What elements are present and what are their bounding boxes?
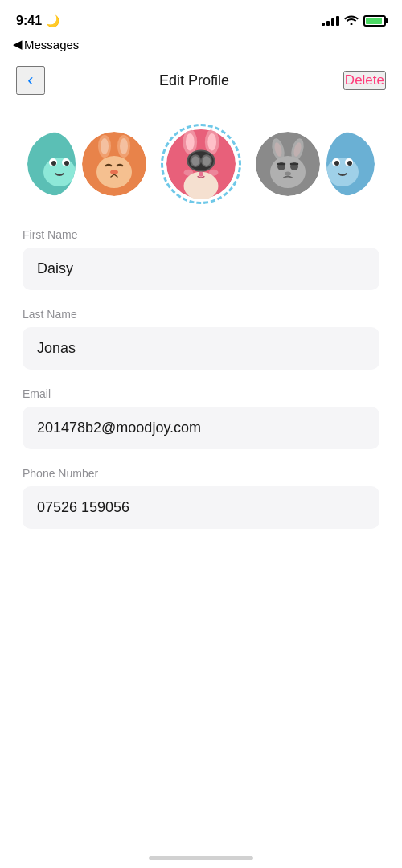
last-name-label: Last Name [23,308,379,321]
home-indicator [149,856,253,860]
svg-point-19 [207,133,216,151]
battery-icon [363,15,386,27]
avatar-carousel[interactable] [0,108,402,228]
wifi-icon [344,14,359,27]
svg-point-24 [191,156,199,166]
svg-point-45 [334,161,339,166]
messages-label: Messages [24,38,79,51]
status-bar: 9:41 🌙 [0,0,402,35]
back-button[interactable]: ‹ [16,66,45,95]
svg-point-12 [110,170,118,174]
svg-point-46 [347,161,352,166]
svg-point-1 [43,158,76,186]
svg-point-9 [100,138,109,154]
last-name-field-group: Last Name [23,308,379,370]
avatar-partial-left[interactable] [27,132,76,196]
svg-point-18 [186,133,195,151]
svg-point-40 [285,172,291,176]
svg-point-42 [326,158,359,186]
back-arrow-icon: ◀ [13,37,23,51]
svg-point-25 [203,156,211,166]
messages-bar: ◀ Messages [0,35,402,58]
email-input[interactable] [23,407,379,449]
back-chevron-icon: ‹ [27,70,33,91]
phone-field-group: Phone Number [23,467,379,529]
nav-header: ‹ Edit Profile Delete [0,58,402,108]
moon-icon: 🌙 [46,14,59,27]
email-field-group: Email [23,387,379,449]
avatar-partial-right[interactable] [326,132,375,196]
svg-point-29 [199,172,203,177]
email-label: Email [23,387,379,400]
phone-input[interactable] [23,486,379,529]
first-name-field-group: First Name [23,228,379,290]
time-label: 9:41 [16,14,42,28]
status-icons [322,14,386,27]
avatar-row [19,124,383,204]
svg-point-4 [51,161,56,166]
avatar-gray-bunny[interactable] [256,132,320,196]
phone-label: Phone Number [23,467,379,480]
svg-point-10 [120,138,128,154]
messages-back-link[interactable]: ◀ Messages [13,37,79,51]
last-name-input[interactable] [23,327,379,370]
page-title: Edit Profile [159,72,229,89]
status-time: 9:41 🌙 [16,14,59,28]
delete-button[interactable]: Delete [343,71,386,90]
first-name-input[interactable] [23,248,379,290]
form-section: First Name Last Name Email Phone Number [0,228,402,529]
signal-bars-icon [322,16,339,26]
avatar-orange-bunny[interactable] [82,132,146,196]
avatar-pink-bunny-selected[interactable] [161,124,241,204]
svg-point-5 [64,161,69,166]
first-name-label: First Name [23,228,379,241]
